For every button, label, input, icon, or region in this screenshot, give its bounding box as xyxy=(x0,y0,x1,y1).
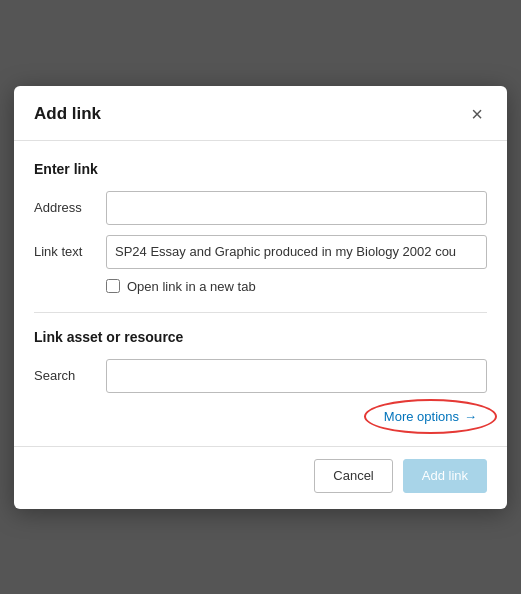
add-link-dialog: Add link × Enter link Address Link text … xyxy=(14,86,507,509)
more-options-link[interactable]: More options → xyxy=(374,403,487,430)
link-text-input[interactable] xyxy=(106,235,487,269)
new-tab-checkbox-row: Open link in a new tab xyxy=(106,279,487,294)
section-divider xyxy=(34,312,487,313)
dialog-title: Add link xyxy=(34,104,101,124)
link-text-field-group: Link text xyxy=(34,235,487,269)
link-text-label: Link text xyxy=(34,244,106,259)
dialog-body: Enter link Address Link text Open link i… xyxy=(14,141,507,446)
dialog-header: Add link × xyxy=(14,86,507,141)
search-label: Search xyxy=(34,368,106,383)
close-button[interactable]: × xyxy=(467,102,487,126)
cancel-button[interactable]: Cancel xyxy=(314,459,392,493)
add-link-button[interactable]: Add link xyxy=(403,459,487,493)
search-input[interactable] xyxy=(106,359,487,393)
search-field-group: Search xyxy=(34,359,487,393)
arrow-right-icon: → xyxy=(464,409,477,424)
address-field-group: Address xyxy=(34,191,487,225)
more-options-row: More options → xyxy=(34,403,487,430)
dialog-footer: Cancel Add link xyxy=(14,446,507,509)
address-label: Address xyxy=(34,200,106,215)
address-input[interactable] xyxy=(106,191,487,225)
enter-link-heading: Enter link xyxy=(34,161,487,177)
more-options-label: More options xyxy=(384,409,459,424)
new-tab-checkbox[interactable] xyxy=(106,279,120,293)
link-asset-heading: Link asset or resource xyxy=(34,329,487,345)
new-tab-label[interactable]: Open link in a new tab xyxy=(127,279,256,294)
